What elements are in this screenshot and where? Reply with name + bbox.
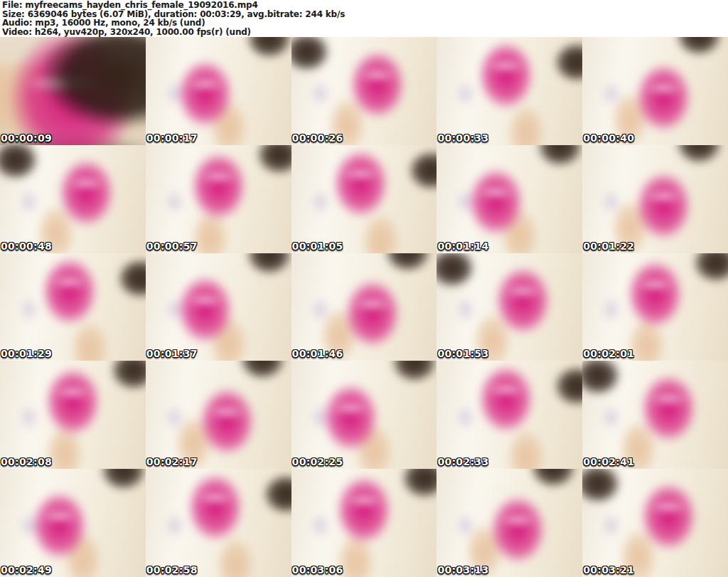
timestamp-overlay: 00:00:48	[1, 240, 52, 252]
thumbnail-cell: 00:01:46	[291, 253, 437, 361]
file-name-line: File: myfreecams_hayden_chris_female_190…	[2, 1, 728, 10]
thumbnail-cell: 00:00:17	[146, 37, 291, 145]
thumbnail-cell: 00:01:53	[437, 253, 582, 361]
thumbnail-cell: 00:00:40	[582, 37, 728, 145]
thumbnail-placeholder-art	[437, 37, 582, 145]
thumbnail-placeholder-art	[0, 469, 146, 577]
thumbnail-cell: 00:02:17	[146, 361, 291, 469]
timestamp-overlay: 00:01:05	[292, 240, 343, 252]
thumbnail-placeholder-art	[291, 361, 437, 469]
thumbnail-placeholder-art	[291, 37, 437, 145]
timestamp-overlay: 00:02:49	[1, 564, 52, 576]
file-info-header: File: myfreecams_hayden_chris_female_190…	[0, 0, 728, 37]
timestamp-overlay: 00:02:41	[583, 456, 634, 467]
thumbnail-grid: 00:00:09 00:00:17 00:00:26 00:00:33 00:0…	[0, 37, 728, 577]
thumbnail-placeholder-art	[146, 469, 291, 577]
timestamp-overlay: 00:00:17	[146, 132, 198, 144]
thumbnail-placeholder-art	[582, 145, 728, 253]
thumbnail-cell: 00:00:33	[437, 37, 582, 145]
thumbnail-cell: 00:00:57	[146, 145, 291, 253]
thumbnail-cell: 00:00:09	[0, 37, 146, 145]
thumbnail-cell: 00:02:33	[437, 361, 582, 469]
timestamp-overlay: 00:02:25	[292, 456, 343, 467]
thumbnail-placeholder-art	[146, 253, 291, 361]
thumbnail-placeholder-art	[0, 37, 146, 145]
thumbnail-placeholder-art	[437, 145, 582, 253]
thumbnail-cell: 00:02:08	[0, 361, 146, 469]
timestamp-overlay: 00:00:09	[1, 132, 52, 144]
timestamp-overlay: 00:00:33	[437, 132, 488, 144]
thumbnail-cell: 00:03:06	[291, 469, 437, 577]
thumbnail-placeholder-art	[291, 145, 437, 253]
thumbnail-placeholder-art	[146, 37, 291, 145]
thumbnail-placeholder-art	[582, 469, 728, 577]
thumbnail-cell: 00:02:49	[0, 469, 146, 577]
timestamp-overlay: 00:02:17	[146, 456, 198, 467]
thumbnail-cell: 00:02:58	[146, 469, 291, 577]
thumbnail-placeholder-art	[291, 253, 437, 361]
timestamp-overlay: 00:02:01	[583, 348, 634, 359]
thumbnail-cell: 00:00:26	[291, 37, 437, 145]
timestamp-overlay: 00:01:37	[146, 348, 198, 359]
timestamp-overlay: 00:00:26	[292, 132, 343, 144]
thumbnail-cell: 00:01:14	[437, 145, 582, 253]
thumbnail-cell: 00:02:25	[291, 361, 437, 469]
thumbnail-placeholder-art	[0, 361, 146, 469]
thumbnail-cell: 00:02:41	[582, 361, 728, 469]
thumbnail-cell: 00:01:37	[146, 253, 291, 361]
thumbnail-placeholder-art	[146, 361, 291, 469]
thumbnail-placeholder-art	[146, 145, 291, 253]
timestamp-overlay: 00:00:57	[146, 240, 198, 252]
thumbnail-cell: 00:03:13	[437, 469, 582, 577]
thumbnail-placeholder-art	[582, 253, 728, 361]
timestamp-overlay: 00:03:21	[583, 564, 634, 576]
timestamp-overlay: 00:02:58	[146, 564, 198, 576]
thumbnail-cell: 00:01:22	[582, 145, 728, 253]
timestamp-overlay: 00:01:22	[583, 240, 634, 252]
thumbnail-cell: 00:02:01	[582, 253, 728, 361]
thumbnail-cell: 00:01:05	[291, 145, 437, 253]
video-contact-sheet: File: myfreecams_hayden_chris_female_190…	[0, 0, 728, 577]
thumbnail-cell: 00:01:29	[0, 253, 146, 361]
thumbnail-placeholder-art	[437, 469, 582, 577]
thumbnail-placeholder-art	[0, 253, 146, 361]
thumbnail-placeholder-art	[0, 145, 146, 253]
timestamp-overlay: 00:01:46	[292, 348, 343, 359]
timestamp-overlay: 00:01:53	[437, 348, 488, 359]
thumbnail-placeholder-art	[437, 361, 582, 469]
timestamp-overlay: 00:01:29	[1, 348, 52, 359]
video-info-line: Video: h264, yuv420p, 320x240, 1000.00 f…	[2, 28, 728, 37]
timestamp-overlay: 00:00:40	[583, 132, 634, 144]
thumbnail-placeholder-art	[582, 361, 728, 469]
thumbnail-placeholder-art	[582, 37, 728, 145]
timestamp-overlay: 00:03:06	[292, 564, 343, 576]
timestamp-overlay: 00:03:13	[437, 564, 488, 576]
thumbnail-cell: 00:03:21	[582, 469, 728, 577]
thumbnail-placeholder-art	[437, 253, 582, 361]
timestamp-overlay: 00:02:08	[1, 456, 52, 467]
timestamp-overlay: 00:02:33	[437, 456, 488, 467]
thumbnail-placeholder-art	[291, 469, 437, 577]
thumbnail-cell: 00:00:48	[0, 145, 146, 253]
timestamp-overlay: 00:01:14	[437, 240, 488, 252]
